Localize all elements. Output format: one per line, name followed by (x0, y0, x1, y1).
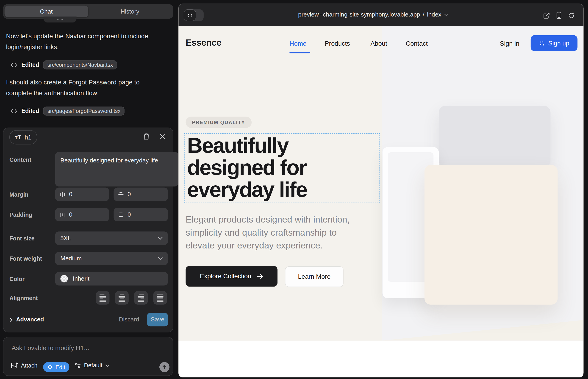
lovable-workspace: Chat History Now let's update the Navbar… (0, 0, 588, 379)
padding-horizontal-icon (60, 212, 65, 218)
nav-link-about[interactable]: About (371, 40, 387, 48)
font-size-select[interactable]: 5XL (55, 232, 168, 245)
element-editor-panel: TT h1 Content Beautifully designed for e… (3, 127, 173, 332)
padding-x-input[interactable]: 0 (55, 208, 109, 221)
tab-history[interactable]: History (88, 6, 172, 17)
align-left-button[interactable] (96, 291, 110, 305)
color-label: Color (9, 276, 25, 283)
font-weight-select[interactable]: Medium (55, 252, 168, 265)
color-select[interactable]: Inherit (55, 272, 168, 286)
composer-input[interactable] (11, 344, 162, 352)
margin-y-input[interactable]: 0 (113, 188, 168, 201)
padding-label: Padding (9, 211, 32, 218)
learn-more-button[interactable]: Learn More (285, 266, 343, 287)
margin-label: Margin (9, 191, 29, 198)
margin-horizontal-icon (60, 191, 65, 197)
mode-select[interactable]: Default (75, 362, 109, 369)
edited-file-chip[interactable]: src/pages/ForgotPassword.tsx (43, 107, 125, 115)
chevron-down-icon (444, 13, 448, 16)
decor-card-gray (439, 106, 550, 167)
refresh-icon[interactable] (568, 12, 575, 19)
attach-button[interactable]: Attach (11, 362, 37, 369)
hero-badge: PREMIUM QUALITY (186, 117, 251, 128)
save-button[interactable]: Save (147, 313, 168, 327)
transparency-swatch-icon (60, 275, 68, 283)
edited-label: Edited (21, 62, 39, 68)
url-separator: / (423, 11, 424, 18)
padding-vertical-icon (118, 212, 124, 218)
align-justify-button[interactable] (154, 291, 167, 305)
explore-collection-button[interactable]: Explore Collection (186, 266, 278, 286)
browser-toolbar: preview--charming-site-symphony.lovable.… (178, 4, 583, 26)
align-left-icon (99, 294, 106, 301)
code-preview-toggle[interactable] (184, 9, 204, 21)
edit-mode-button[interactable]: Edit (43, 362, 69, 372)
active-nav-underline (289, 52, 310, 53)
hero-description: Elegant products designed with intention… (186, 213, 350, 252)
sliders-icon (75, 363, 81, 368)
edited-file-row: Edited src/pages/ForgotPassword.tsx (11, 106, 125, 116)
image-plus-icon (11, 362, 18, 369)
selected-element-tag: TT h1 (9, 130, 37, 144)
align-justify-icon (157, 294, 164, 301)
smartphone-icon[interactable] (556, 12, 562, 19)
nav-link-contact[interactable]: Contact (406, 40, 428, 48)
align-right-icon (138, 294, 144, 301)
target-icon (47, 364, 53, 370)
align-center-button[interactable] (115, 291, 129, 305)
close-editor-button[interactable] (157, 132, 167, 142)
chevron-down-icon (158, 237, 163, 240)
edited-label: Edited (21, 108, 39, 114)
sign-in-link[interactable]: Sign in (500, 40, 519, 48)
text-size-icon: TT (15, 134, 21, 141)
chevron-down-icon (158, 257, 163, 260)
scrolled-chip (44, 16, 77, 22)
edited-file-chip[interactable]: src/components/Navbar.tsx (43, 60, 117, 69)
tab-chat[interactable]: Chat (5, 6, 88, 17)
site-viewport: Essence Home Products About Contact Sign… (178, 26, 583, 377)
assistant-message: I should also create a Forgot Password p… (6, 77, 165, 99)
edited-file-row: Edited src/components/Navbar.tsx (11, 60, 117, 70)
chat-history-tabbar: Chat History (3, 4, 173, 19)
chat-panel: Chat History Now let's update the Navbar… (0, 0, 178, 379)
element-tag-label: h1 (25, 134, 31, 141)
decor-card-beige (424, 165, 557, 304)
url-bar[interactable]: preview--charming-site-symphony.lovable.… (298, 11, 448, 18)
margin-vertical-icon (118, 191, 124, 197)
align-center-icon (119, 294, 125, 301)
chevron-down-icon (106, 364, 110, 367)
arrow-up-icon (162, 364, 167, 369)
site-logo[interactable]: Essence (186, 38, 221, 48)
nav-link-home[interactable]: Home (289, 40, 306, 48)
discard-button[interactable]: Discard (116, 313, 142, 327)
arrow-right-icon (256, 274, 263, 279)
font-size-label: Font size (9, 235, 35, 242)
align-right-button[interactable] (134, 291, 148, 305)
open-in-new-icon[interactable] (543, 12, 550, 19)
content-label: Content (9, 157, 31, 163)
url-page: index (427, 11, 441, 18)
padding-y-input[interactable]: 0 (113, 208, 168, 221)
delete-element-button[interactable] (141, 132, 151, 142)
assistant-message: Now let's update the Navbar component to… (6, 31, 165, 52)
chat-composer: Attach Edit Default (3, 337, 173, 376)
alignment-label: Alignment (9, 295, 38, 301)
code-icon (11, 108, 17, 114)
sign-up-button[interactable]: Sign up (531, 35, 577, 51)
nav-link-products[interactable]: Products (325, 40, 350, 48)
user-icon (539, 40, 545, 46)
preview-browser: preview--charming-site-symphony.lovable.… (178, 4, 583, 377)
chevron-right-icon (9, 317, 12, 322)
send-button[interactable] (159, 362, 170, 372)
content-input[interactable]: Beautifully designed for everyday life (55, 152, 178, 186)
code-icon[interactable] (184, 9, 196, 21)
url-host: preview--charming-site-symphony.lovable.… (298, 11, 420, 18)
code-icon (11, 62, 17, 68)
hero-heading[interactable]: Beautifully designed for everyday life (187, 134, 307, 201)
font-weight-label: Font weight (9, 255, 42, 262)
section-below-hero (178, 341, 583, 377)
advanced-toggle[interactable]: Advanced (9, 313, 44, 327)
margin-x-input[interactable]: 0 (55, 188, 109, 201)
